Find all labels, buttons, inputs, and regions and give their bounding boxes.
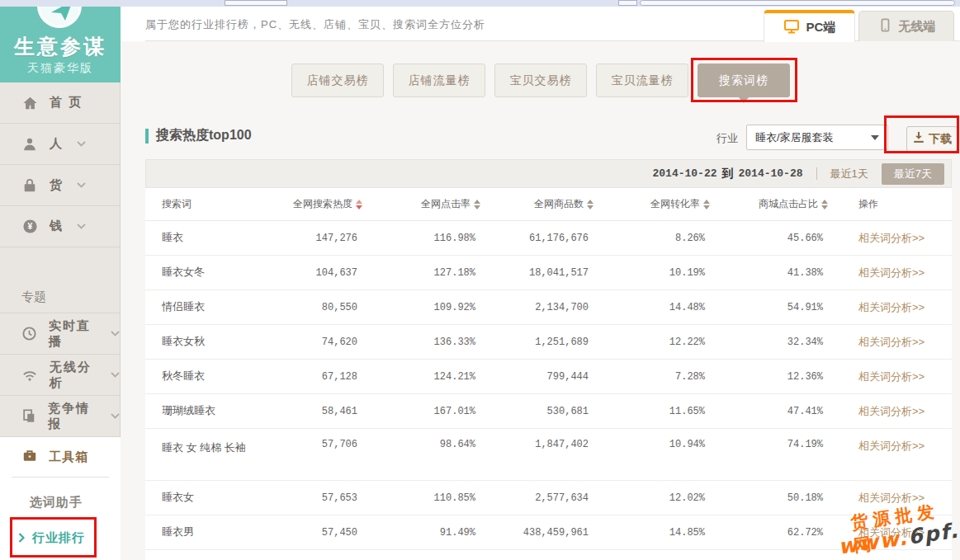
value-cell: 18,041,517: [482, 267, 595, 279]
tab-label: PC端: [806, 20, 836, 35]
column-label: 全网点击率: [421, 197, 471, 211]
tab-wireless[interactable]: 无线端: [858, 11, 954, 41]
value-cell: 12.36%: [712, 371, 830, 383]
section-title: 搜索热度top100: [145, 127, 252, 144]
sidebar-item-label: 人: [50, 136, 64, 152]
value-cell: 74,620: [281, 336, 364, 348]
sort-toggle[interactable]: [474, 200, 480, 209]
value-cell: 1,847,402: [482, 429, 595, 450]
sidebar-item-competitor[interactable]: 竞争情报: [0, 396, 120, 437]
logo-compass-icon: [37, 7, 82, 28]
related-words-link[interactable]: 相关词分析>>: [830, 429, 952, 454]
related-words-link[interactable]: 相关词分析>>: [830, 404, 952, 419]
value-cell: 61,176,676: [482, 233, 595, 244]
sort-toggle[interactable]: [821, 200, 828, 209]
value-cell: 12.22%: [595, 336, 712, 348]
sidebar-item-label: 无线分析: [50, 360, 97, 391]
sidebar-item-live[interactable]: 实时直播: [0, 313, 120, 355]
keyword-cell: 睡衣女秋: [145, 332, 261, 351]
title-accent-bar: [145, 129, 149, 144]
related-words-link[interactable]: 相关词分析>>: [830, 266, 952, 280]
sort-toggle[interactable]: [703, 200, 710, 209]
industry-select-value: 睡衣/家居服套装: [755, 130, 834, 145]
value-cell: 54.91%: [712, 302, 830, 313]
keyword-cell: 睡衣: [145, 228, 261, 247]
column-header-action: 操作: [830, 197, 952, 211]
table-row: 睡衣男57,45091.49%438,459,96114.85%62.72%相关…: [145, 515, 952, 550]
sidebar-section-topics: 专题: [0, 282, 120, 313]
last-7-days-button[interactable]: 最近7天: [882, 163, 944, 185]
column-label: 全网商品数: [534, 197, 584, 211]
browser-artifact: [618, 0, 637, 6]
phone-icon: [877, 17, 892, 35]
value-cell: 74.19%: [712, 429, 830, 450]
related-words-link[interactable]: 相关词分析>>: [830, 231, 952, 246]
column-label: 商城点击占比: [759, 197, 818, 211]
sidebar-item-label: 首 页: [50, 95, 83, 111]
date-bar: 2014-10-22 到 2014-10-28 最近1天 最近7天: [145, 159, 952, 188]
wifi-icon: [21, 368, 38, 383]
related-words-link[interactable]: 相关词分析>>: [830, 491, 952, 506]
value-cell: 57,450: [281, 527, 364, 539]
value-cell: 147,276: [281, 233, 364, 244]
divider: [12, 477, 109, 478]
tab-pc[interactable]: PC端: [764, 10, 855, 42]
browser-address-bar: [640, 0, 955, 6]
board-tab-shop-trade[interactable]: 店铺交易榜: [291, 64, 384, 97]
caret-down-icon: [871, 135, 879, 140]
value-cell: 91.49%: [364, 527, 482, 539]
industry-select[interactable]: 睡衣/家居服套装: [746, 125, 888, 150]
sidebar-item-label: 钱: [50, 219, 64, 234]
value-cell: 8.26%: [595, 233, 712, 244]
value-cell: 98.64%: [364, 429, 482, 450]
keyword-cell: 秋冬睡衣: [145, 367, 261, 385]
sidebar-item-label: 实时直播: [49, 318, 97, 350]
divider: [816, 167, 817, 180]
value-cell: 2,134,700: [482, 302, 595, 313]
chevron-down-icon: [77, 182, 86, 188]
board-tab-item-trade[interactable]: 宝贝交易榜: [494, 64, 587, 97]
value-cell: 124.21%: [364, 371, 482, 383]
sort-toggle[interactable]: [356, 200, 362, 209]
report-icon: [21, 408, 36, 424]
page-title: 搜索热度top100: [156, 127, 252, 144]
date-range-end: 2014-10-28: [739, 167, 803, 180]
sidebar-item-home[interactable]: 首 页: [0, 82, 120, 124]
board-tab-shop-traffic[interactable]: 店铺流量榜: [393, 64, 485, 97]
value-cell: 58,461: [281, 406, 364, 417]
keyword-cell: 珊瑚绒睡衣: [145, 402, 261, 420]
related-words-link[interactable]: 相关词分析>>: [830, 369, 952, 384]
sidebar-item-goods[interactable]: 货: [0, 165, 120, 206]
value-cell: 127.18%: [364, 267, 482, 279]
sort-toggle[interactable]: [587, 200, 593, 209]
sidebar-item-label: 行业排行: [32, 530, 85, 546]
related-words-link[interactable]: 相关词分析>>: [830, 300, 952, 315]
sidebar-item-toolbox[interactable]: 工具箱: [0, 437, 121, 477]
column-header-cvr: 全网转化率: [595, 197, 712, 211]
related-words-link[interactable]: 相关词分析>>: [830, 335, 952, 350]
download-button[interactable]: 下载: [906, 126, 958, 152]
sidebar-item-word-helper[interactable]: 选词助手: [0, 491, 121, 514]
svg-text:¥: ¥: [27, 222, 32, 231]
sidebar-item-people[interactable]: 人: [0, 124, 120, 165]
table-body: 睡衣147,276116.98%61,176,6768.26%45.66%相关词…: [145, 221, 952, 550]
date-range-to: 到: [722, 167, 734, 181]
app-subtitle: 天猫豪华版: [0, 61, 121, 76]
keyword-cell: 睡衣女冬: [145, 263, 261, 281]
sidebar: 生意参谋 天猫豪华版 首 页 人 货 ¥ 钱: [0, 7, 121, 560]
last-1-day-button[interactable]: 最近1天: [830, 167, 868, 181]
value-cell: 45.66%: [712, 233, 830, 244]
sidebar-item-wireless[interactable]: 无线分析: [0, 355, 120, 396]
related-words-link[interactable]: 相关词分析>>: [830, 525, 952, 540]
tab-label: 无线端: [899, 19, 936, 35]
value-cell: 1,251,689: [482, 336, 595, 348]
column-label: 全网搜索热度: [293, 197, 352, 211]
board-tab-item-traffic[interactable]: 宝贝流量榜: [596, 64, 688, 97]
column-header-heat: 全网搜索热度: [281, 197, 364, 211]
value-cell: 10.94%: [595, 429, 712, 450]
table-row: 睡衣 女 纯棉 长袖57,70698.64%1,847,40210.94%74.…: [145, 429, 952, 481]
bag-icon: [21, 178, 38, 193]
sidebar-item-industry-rank[interactable]: 行业排行: [0, 524, 121, 552]
board-tab-search-words[interactable]: 搜索词榜: [698, 64, 790, 97]
sidebar-item-money[interactable]: ¥ 钱: [0, 206, 120, 247]
